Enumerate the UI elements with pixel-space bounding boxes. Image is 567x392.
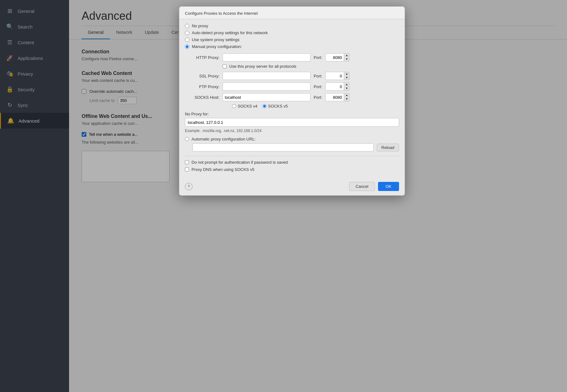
socks-port-label: Port:: [314, 95, 322, 100]
auto-proxy-input-row: Reload: [192, 143, 399, 151]
reload-button[interactable]: Reload: [377, 144, 399, 151]
ftp-proxy-label: FTP Proxy:: [191, 84, 219, 89]
auto-detect-radio[interactable]: [185, 31, 189, 35]
no-proxy-input[interactable]: [185, 118, 399, 127]
ftp-port-label: Port:: [314, 84, 322, 89]
help-button[interactable]: ?: [185, 183, 192, 190]
proxy-radio-group: No proxy Auto-detect proxy settings for …: [185, 24, 399, 49]
no-auth-prompt-row: Do not prompt for authentication if pass…: [185, 160, 399, 165]
no-proxy-row: No proxy: [185, 24, 399, 28]
http-proxy-label: HTTP Proxy:: [191, 55, 219, 60]
manual-proxy-radio[interactable]: [185, 45, 189, 49]
ftp-port-spinner: ▲ ▼: [325, 82, 349, 91]
use-for-all-checkbox[interactable]: [223, 64, 227, 68]
auto-detect-label: Auto-detect proxy settings for this netw…: [192, 30, 268, 35]
no-proxy-label: No proxy: [192, 24, 208, 28]
no-auth-prompt-checkbox[interactable]: [185, 160, 189, 164]
ssl-proxy-row: SSL Proxy: Port: ▲ ▼: [191, 72, 399, 80]
ssl-proxy-label: SSL Proxy:: [191, 74, 219, 78]
socks-host-input[interactable]: [223, 93, 310, 101]
system-proxy-label: Use system proxy settings: [192, 37, 240, 42]
ssl-port-spinner: ▲ ▼: [325, 72, 349, 80]
use-for-all-label: Use this proxy server for all protocols: [229, 64, 296, 69]
socks-port-spinner-buttons: ▲ ▼: [344, 93, 349, 101]
no-auth-prompt-label: Do not prompt for authentication if pass…: [192, 160, 288, 165]
ssl-port-input[interactable]: [325, 72, 344, 80]
auto-proxy-label: Automatic proxy configuration URL:: [192, 137, 256, 141]
ftp-port-spinner-buttons: ▲ ▼: [344, 82, 349, 91]
no-proxy-for-label: No Proxy for:: [185, 112, 399, 116]
http-port-label: Port:: [314, 55, 322, 60]
ssl-port-label: Port:: [314, 74, 322, 78]
http-port-up[interactable]: ▲: [344, 54, 349, 57]
http-port-input[interactable]: [325, 53, 344, 61]
dialog-button-row: Cancel OK: [349, 182, 399, 191]
ok-button[interactable]: OK: [378, 182, 399, 191]
ssl-port-down[interactable]: ▼: [344, 76, 349, 80]
ssl-proxy-input[interactable]: [223, 72, 310, 80]
use-for-all-row: Use this proxy server for all protocols: [223, 64, 399, 69]
socks-v5-option: SOCKS v5: [262, 104, 288, 109]
ftp-port-up[interactable]: ▲: [344, 83, 349, 87]
proxy-dialog: Configure Proxies to Access the Internet…: [179, 6, 405, 196]
system-proxy-row: Use system proxy settings: [185, 37, 399, 42]
dialog-body: No proxy Auto-detect proxy settings for …: [179, 19, 405, 179]
ftp-port-input[interactable]: [325, 82, 344, 91]
dialog-title: Configure Proxies to Access the Internet: [179, 7, 405, 19]
no-proxy-radio[interactable]: [185, 24, 189, 28]
http-proxy-input[interactable]: [223, 53, 310, 61]
socks-v5-radio[interactable]: [262, 104, 267, 108]
proxy-dns-label: Proxy DNS when using SOCKS v5: [192, 167, 254, 172]
socks-port-input[interactable]: [325, 93, 344, 101]
ftp-proxy-row: FTP Proxy: Port: ▲ ▼: [191, 82, 399, 91]
manual-proxy-label: Manual proxy configuration:: [192, 44, 242, 49]
ssl-port-up[interactable]: ▲: [344, 72, 349, 76]
auto-proxy-url-input[interactable]: [192, 143, 374, 151]
ftp-proxy-input[interactable]: [223, 82, 310, 91]
http-port-spinner: ▲ ▼: [325, 53, 349, 61]
socks-v5-label: SOCKS v5: [268, 104, 288, 109]
socks-host-row: SOCKS Host: Port: ▲ ▼: [191, 93, 399, 101]
proxy-dns-row: Proxy DNS when using SOCKS v5: [185, 167, 399, 172]
socks-v4-label: SOCKS v4: [238, 104, 257, 109]
ssl-port-spinner-buttons: ▲ ▼: [344, 72, 349, 80]
socks-port-up[interactable]: ▲: [344, 93, 349, 97]
system-proxy-radio[interactable]: [185, 38, 189, 42]
cancel-button[interactable]: Cancel: [349, 182, 375, 191]
http-port-spinner-buttons: ▲ ▼: [344, 53, 349, 61]
http-port-down[interactable]: ▼: [344, 57, 349, 61]
socks-port-spinner: ▲ ▼: [325, 93, 349, 101]
socks-host-label: SOCKS Host:: [191, 95, 219, 100]
auto-detect-row: Auto-detect proxy settings for this netw…: [185, 30, 399, 35]
auto-proxy-url-radio[interactable]: [185, 137, 189, 141]
http-proxy-row: HTTP Proxy: Port: ▲ ▼: [191, 53, 399, 61]
proxy-fields: HTTP Proxy: Port: ▲ ▼ Use this proxy ser…: [191, 53, 399, 109]
auto-proxy-row: Automatic proxy configuration URL:: [185, 137, 399, 141]
socks-v4-option: SOCKS v4: [232, 104, 257, 109]
example-text: Example: .mozilla.org, .net.nz, 192.168.…: [185, 129, 399, 133]
socks-version-row: SOCKS v4 SOCKS v5: [232, 104, 399, 109]
socks-port-down[interactable]: ▼: [344, 97, 349, 101]
proxy-dns-checkbox[interactable]: [185, 167, 189, 172]
ftp-port-down[interactable]: ▼: [344, 87, 349, 90]
socks-v4-radio[interactable]: [232, 104, 236, 108]
dialog-bottom-bar: ? Cancel OK: [179, 179, 405, 195]
dialog-footer-checkboxes: Do not prompt for authentication if pass…: [185, 156, 399, 172]
dialog-overlay: Configure Proxies to Access the Internet…: [0, 0, 567, 392]
manual-proxy-row: Manual proxy configuration:: [185, 44, 399, 49]
